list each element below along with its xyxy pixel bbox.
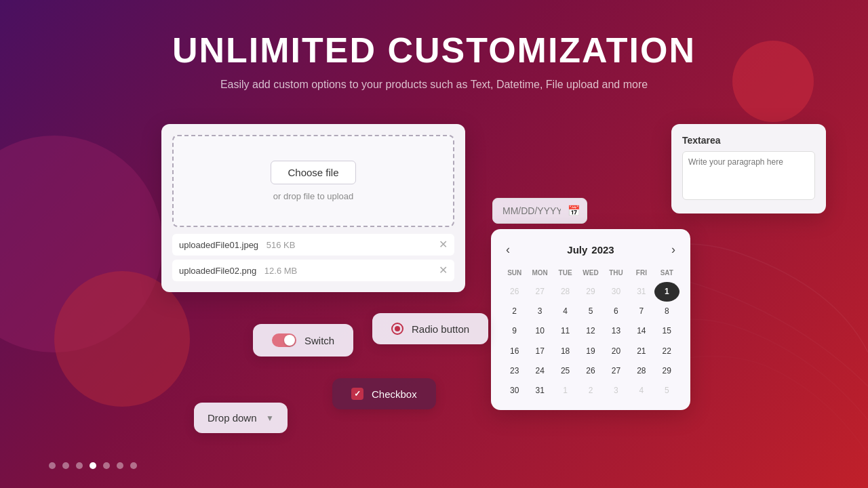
cal-day[interactable]: 9 xyxy=(502,321,527,341)
pagination-dot-3[interactable] xyxy=(76,462,83,469)
pagination-dot-4-active[interactable] xyxy=(90,462,96,469)
cal-week-4: 16 17 18 19 20 21 22 xyxy=(502,342,679,361)
cal-day[interactable]: 26 xyxy=(502,282,527,302)
cal-day[interactable]: 23 xyxy=(502,361,527,381)
switch-widget: Switch xyxy=(253,324,353,357)
cal-day[interactable]: 29 xyxy=(654,361,679,381)
checkbox-widget: ✓ Checkbox xyxy=(332,378,436,409)
cal-day[interactable]: 2 xyxy=(578,381,603,401)
pagination-dot-6[interactable] xyxy=(117,462,123,469)
date-input-wrap: 📅 xyxy=(492,198,587,224)
cal-day[interactable]: 17 xyxy=(527,342,552,361)
file-name-1: uploadedFile01.jpeg xyxy=(179,240,258,250)
pagination-dot-7[interactable] xyxy=(130,462,137,469)
cal-day[interactable]: 25 xyxy=(553,361,578,381)
radio-inner xyxy=(395,326,400,331)
pagination-dot-1[interactable] xyxy=(49,462,56,469)
drop-hint: or drop file to upload xyxy=(187,191,439,201)
switch-label: Switch xyxy=(304,335,334,346)
file-item-1: uploadedFile01.jpeg 516 KB ✕ xyxy=(172,234,454,256)
cal-day[interactable]: 4 xyxy=(629,381,654,401)
page-title: UNLIMITED CUSTOMIZATION xyxy=(0,30,868,70)
cal-day[interactable]: 1 xyxy=(553,381,578,401)
cal-day[interactable]: 14 xyxy=(629,321,654,341)
cal-day[interactable]: 4 xyxy=(553,302,578,321)
textarea-card: Textarea xyxy=(671,124,826,214)
cal-day[interactable]: 27 xyxy=(604,361,629,381)
cal-day[interactable]: 26 xyxy=(578,361,603,381)
cal-day[interactable]: 30 xyxy=(502,381,527,401)
header: UNLIMITED CUSTOMIZATION Easily add custo… xyxy=(0,0,868,91)
textarea-label: Textarea xyxy=(682,135,815,146)
file-remove-1[interactable]: ✕ xyxy=(439,239,448,250)
cal-day[interactable]: 16 xyxy=(502,342,527,361)
chevron-down-icon: ▼ xyxy=(266,413,274,423)
dropzone[interactable]: Choose file or drop file to upload xyxy=(172,135,454,227)
switch-thumb xyxy=(284,335,295,346)
cal-day[interactable]: 10 xyxy=(527,321,552,341)
choose-file-button[interactable]: Choose file xyxy=(271,161,355,184)
cal-day[interactable]: 31 xyxy=(527,381,552,401)
dow-wed: WED xyxy=(578,266,603,279)
calendar-card: ‹ July 2023 › SUN MON TUE WED THU FRI SA… xyxy=(491,229,690,410)
cal-day[interactable]: 8 xyxy=(654,302,679,321)
cal-week-3: 9 10 11 12 13 14 15 xyxy=(502,321,679,341)
cal-day[interactable]: 3 xyxy=(527,302,552,321)
cal-day[interactable]: 13 xyxy=(604,321,629,341)
checkmark-icon: ✓ xyxy=(354,389,361,399)
cal-day[interactable]: 27 xyxy=(527,282,552,302)
cal-day[interactable]: 2 xyxy=(502,302,527,321)
page-subtitle: Easily add custom options to your produc… xyxy=(0,79,868,91)
cal-day[interactable]: 29 xyxy=(578,282,603,302)
checkbox-label: Checkbox xyxy=(372,388,417,400)
cal-day[interactable]: 30 xyxy=(604,282,629,302)
cal-day[interactable]: 28 xyxy=(629,361,654,381)
file-name-2: uploadedFile02.png xyxy=(179,266,256,276)
cal-day[interactable]: 12 xyxy=(578,321,603,341)
calendar-next-button[interactable]: › xyxy=(667,241,679,258)
file-remove-2[interactable]: ✕ xyxy=(439,265,448,276)
cal-day[interactable]: 22 xyxy=(654,342,679,361)
dow-sun: SUN xyxy=(502,266,527,279)
cal-day[interactable]: 5 xyxy=(578,302,603,321)
calendar-year: 2023 xyxy=(591,244,614,256)
file-list: uploadedFile01.jpeg 516 KB ✕ uploadedFil… xyxy=(172,234,454,281)
cal-day[interactable]: 18 xyxy=(553,342,578,361)
pagination-dots xyxy=(49,462,137,469)
textarea-field[interactable] xyxy=(682,151,815,200)
cal-day[interactable]: 3 xyxy=(604,381,629,401)
calendar-month: July xyxy=(567,244,587,256)
pagination-dot-2[interactable] xyxy=(62,462,69,469)
radio-button[interactable] xyxy=(391,323,403,335)
checkbox[interactable]: ✓ xyxy=(351,388,363,400)
file-upload-card: Choose file or drop file to upload uploa… xyxy=(161,124,465,292)
dropdown-widget[interactable]: Drop down ▼ xyxy=(194,403,288,433)
cal-week-2: 2 3 4 5 6 7 8 xyxy=(502,302,679,321)
cal-day[interactable]: 20 xyxy=(604,342,629,361)
cal-day[interactable]: 19 xyxy=(578,342,603,361)
pagination-dot-5[interactable] xyxy=(103,462,110,469)
switch-toggle[interactable] xyxy=(272,333,296,347)
cal-day[interactable]: 28 xyxy=(553,282,578,302)
cal-day[interactable]: 24 xyxy=(527,361,552,381)
radio-label: Radio button xyxy=(412,323,469,335)
cal-day[interactable]: 15 xyxy=(654,321,679,341)
cal-day[interactable]: 7 xyxy=(629,302,654,321)
radio-widget: Radio button xyxy=(372,313,488,344)
cal-day[interactable]: 21 xyxy=(629,342,654,361)
date-input[interactable] xyxy=(492,198,587,224)
file-item-2: uploadedFile02.png 12.6 MB ✕ xyxy=(172,260,454,281)
page-content: UNLIMITED CUSTOMIZATION Easily add custo… xyxy=(0,0,868,488)
calendar-prev-button[interactable]: ‹ xyxy=(502,241,514,258)
calendar-dow-row: SUN MON TUE WED THU FRI SAT xyxy=(502,266,679,279)
cal-day[interactable]: 31 xyxy=(629,282,654,302)
cal-day[interactable]: 5 xyxy=(654,381,679,401)
file-size-1: 516 KB xyxy=(267,240,296,250)
calendar-grid: SUN MON TUE WED THU FRI SAT 26 27 28 29 … xyxy=(502,266,679,401)
dow-mon: MON xyxy=(527,266,552,279)
cal-week-6: 30 31 1 2 3 4 5 xyxy=(502,381,679,401)
cal-day[interactable]: 6 xyxy=(604,302,629,321)
cal-week-1: 26 27 28 29 30 31 1 xyxy=(502,282,679,302)
cal-day-selected[interactable]: 1 xyxy=(654,282,679,302)
cal-day[interactable]: 11 xyxy=(553,321,578,341)
